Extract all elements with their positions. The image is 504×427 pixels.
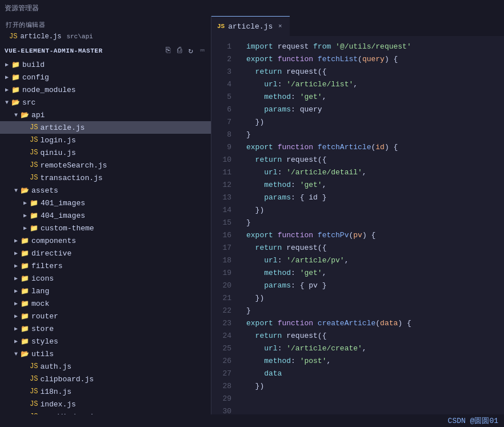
- tree-item-remotesearch-js[interactable]: ▶ JS remoteSearch.js: [0, 159, 211, 171]
- tree-item-mock[interactable]: ▶ 📁 mock: [0, 297, 211, 310]
- folder-icon-build: 📁: [11, 61, 20, 69]
- open-editors-section: 打开的编辑器 JS article.js src\api: [0, 16, 211, 43]
- open-editor-item[interactable]: JS article.js src\api: [0, 31, 211, 42]
- tree-label-src: src: [22, 98, 35, 107]
- arrow-icons: ▶: [11, 275, 21, 282]
- tree-label-store: store: [31, 325, 54, 333]
- folder-icon-config: 📁: [11, 73, 20, 82]
- tree-item-login-js[interactable]: ▶ JS login.js: [0, 134, 211, 146]
- tree-item-transaction-js[interactable]: ▶ JS transaction.js: [0, 171, 211, 184]
- tree-item-article-js[interactable]: ▶ JS article.js: [0, 121, 211, 134]
- tree-item-404images[interactable]: ▶ 📁 404_images: [0, 209, 211, 222]
- arrow-styles: ▶: [11, 338, 21, 345]
- arrow-404: ▶: [21, 212, 30, 219]
- open-editors-title: 打开的编辑器: [0, 17, 211, 31]
- new-folder-icon[interactable]: ⎙: [175, 45, 183, 56]
- tree-item-auth-js[interactable]: ▶ JS auth.js: [0, 360, 211, 373]
- arrow-src: ▼: [2, 99, 11, 106]
- file-tree: ▶ 📁 build ▶ 📁 config ▶ 📁 node_modules ▼ …: [0, 58, 211, 414]
- arrow-directive: ▶: [11, 250, 21, 257]
- editor-area: JS article.js × 123456789101112131415161…: [211, 16, 504, 414]
- js-file-icon-login: JS: [30, 136, 38, 144]
- tree-label-404images: 404_images: [41, 211, 85, 220]
- folder-icon-mock: 📁: [21, 300, 29, 308]
- tree-item-directive[interactable]: ▶ 📁 directive: [0, 247, 211, 260]
- tree-label-401images: 401_images: [41, 199, 85, 207]
- tree-label-styles: styles: [31, 337, 58, 346]
- tree-item-i18n-js[interactable]: ▶ JS i18n.js: [0, 385, 211, 398]
- folder-icon-router: 📁: [21, 312, 29, 321]
- tree-label-transaction-js: transaction.js: [40, 174, 102, 182]
- tree-item-filters[interactable]: ▶ 📁 filters: [0, 260, 211, 272]
- tree-label-utils: utils: [31, 350, 54, 358]
- tree-item-utils[interactable]: ▼ 📂 utils: [0, 348, 211, 360]
- tree-label-i18n-js: i18n.js: [40, 388, 71, 396]
- bottom-bar: CSDN @圆圆01: [0, 414, 504, 427]
- tree-item-icons[interactable]: ▶ 📁 icons: [0, 272, 211, 285]
- tree-label-article-js: article.js: [40, 123, 85, 132]
- tree-label-lang: lang: [31, 287, 49, 296]
- tree-label-config: config: [22, 73, 49, 82]
- tab-close-button[interactable]: ×: [276, 22, 284, 30]
- tree-item-openwindow-js[interactable]: ▶ JS openWindow.js: [0, 410, 211, 414]
- explorer-icons: ⎘ ⎙ ↻ ⎓: [164, 45, 206, 56]
- tree-label-assets: assets: [31, 186, 58, 195]
- arrow-custom-theme: ▶: [21, 225, 30, 232]
- js-file-icon-auth: JS: [30, 362, 38, 370]
- main-layout: 打开的编辑器 JS article.js src\api VUE-ELEMENT…: [0, 16, 504, 414]
- folder-icon-node-modules: 📁: [11, 86, 20, 94]
- js-file-icon-index: JS: [30, 400, 38, 408]
- tree-item-store[interactable]: ▶ 📁 store: [0, 322, 211, 335]
- arrow-mock: ▶: [11, 300, 21, 307]
- arrow-router: ▶: [11, 313, 21, 320]
- tree-item-custom-theme[interactable]: ▶ 📁 custom-theme: [0, 222, 211, 234]
- title-bar: 资源管理器: [0, 0, 504, 16]
- title-bar-label: 资源管理器: [5, 3, 39, 13]
- tree-item-node-modules[interactable]: ▶ 📁 node_modules: [0, 83, 211, 96]
- tree-label-qiniu-js: qiniu.js: [40, 149, 75, 157]
- watermark: CSDN @圆圆01: [448, 416, 498, 426]
- arrow-assets: ▼: [11, 187, 21, 194]
- folder-icon-api: 📂: [21, 111, 29, 119]
- tree-label-icons: icons: [31, 274, 54, 283]
- folder-icon-directive: 📁: [21, 249, 29, 258]
- explorer-title: VUE-ELEMENT-ADMIN-MASTER ⎘ ⎙ ↻ ⎓: [0, 43, 211, 58]
- tree-item-401images[interactable]: ▶ 📁 401_images: [0, 197, 211, 209]
- tree-label-router: router: [31, 312, 58, 321]
- code-content[interactable]: import request from '@/utils/request'exp…: [237, 36, 504, 414]
- tree-label-remotesearch-js: remoteSearch.js: [40, 161, 107, 170]
- line-numbers: 1234567891011121314151617181920212223242…: [211, 36, 237, 414]
- tree-item-router[interactable]: ▶ 📁 router: [0, 310, 211, 322]
- tree-item-assets[interactable]: ▼ 📂 assets: [0, 184, 211, 197]
- sidebar: 打开的编辑器 JS article.js src\api VUE-ELEMENT…: [0, 16, 211, 414]
- tree-item-build[interactable]: ▶ 📁 build: [0, 58, 211, 71]
- tree-item-styles[interactable]: ▶ 📁 styles: [0, 335, 211, 348]
- tree-label-filters: filters: [31, 262, 63, 270]
- code-editor: 1234567891011121314151617181920212223242…: [211, 36, 504, 414]
- tree-item-lang[interactable]: ▶ 📁 lang: [0, 285, 211, 297]
- tree-item-index-js[interactable]: ▶ JS index.js: [0, 398, 211, 410]
- tree-item-config[interactable]: ▶ 📁 config: [0, 71, 211, 83]
- tree-item-components[interactable]: ▶ 📁 components: [0, 234, 211, 247]
- refresh-icon[interactable]: ↻: [187, 45, 195, 56]
- tree-label-index-js: index.js: [40, 400, 75, 409]
- tree-label-api: api: [31, 111, 45, 119]
- tree-label-components: components: [31, 237, 76, 245]
- folder-icon-icons: 📁: [21, 274, 29, 283]
- tree-label-mock: mock: [31, 300, 49, 308]
- new-file-icon[interactable]: ⎘: [164, 45, 172, 56]
- tree-item-api[interactable]: ▼ 📂 api: [0, 109, 211, 121]
- tree-item-src[interactable]: ▼ 📂 src: [0, 96, 211, 109]
- arrow-store: ▶: [11, 325, 21, 332]
- tree-item-clipboard-js[interactable]: ▶ JS clipboard.js: [0, 373, 211, 385]
- js-icon: JS: [9, 33, 17, 41]
- arrow-build: ▶: [2, 61, 11, 68]
- tree-item-qiniu-js[interactable]: ▶ JS qiniu.js: [0, 146, 211, 159]
- js-file-icon-i18n: JS: [30, 388, 38, 396]
- js-file-icon-qiniu: JS: [30, 149, 38, 157]
- tab-article-js[interactable]: JS article.js ×: [211, 16, 290, 36]
- js-file-icon-remotesearch: JS: [30, 161, 38, 169]
- js-file-icon-clipboard: JS: [30, 375, 38, 383]
- collapse-icon[interactable]: ⎓: [198, 45, 206, 56]
- folder-icon-components: 📁: [21, 237, 29, 245]
